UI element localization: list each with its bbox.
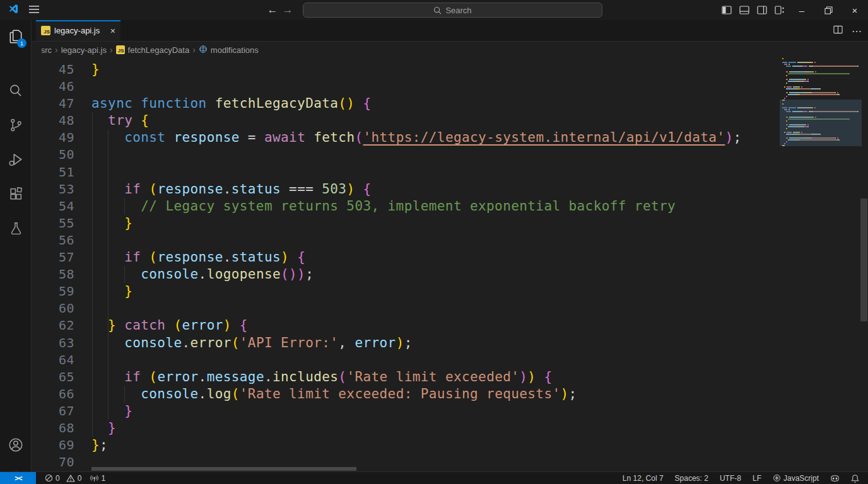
line-number[interactable]: 70 — [32, 454, 74, 471]
line-number[interactable]: 57 — [32, 249, 74, 266]
line-number[interactable]: 60 — [32, 300, 74, 317]
run-debug-icon[interactable] — [0, 144, 32, 175]
breadcrumb-file[interactable]: legacy-api.js — [61, 45, 107, 55]
code-text — [74, 146, 91, 163]
code-line[interactable]: 55 } — [32, 215, 868, 232]
extensions-icon[interactable] — [0, 179, 32, 209]
notifications-bell-icon[interactable] — [851, 474, 859, 483]
breadcrumb-symbol-object[interactable]: modlfications — [199, 45, 259, 55]
code-line[interactable]: 69}; — [32, 437, 868, 454]
code-line[interactable]: 57 if (response.status) { — [32, 249, 868, 266]
code-line[interactable]: 45} — [32, 61, 868, 78]
more-actions-icon[interactable]: ⋯ — [852, 25, 862, 37]
cursor-position[interactable]: Ln 12, Col 7 — [623, 474, 664, 483]
restore-button[interactable] — [815, 0, 842, 20]
line-number[interactable]: 53 — [32, 181, 74, 198]
source-control-icon[interactable] — [0, 110, 32, 140]
line-number[interactable]: 55 — [32, 215, 74, 232]
code-line[interactable]: 66 console.log('Rate limit exceeded: Pau… — [32, 386, 868, 403]
ports-status[interactable]: 1 — [90, 474, 105, 483]
activity-bar: 1 — [0, 20, 32, 471]
code-text: } — [74, 61, 100, 78]
toggle-panel-icon[interactable] — [736, 0, 753, 20]
close-tab-icon[interactable]: × — [110, 26, 115, 36]
encoding-status[interactable]: UTF-8 — [720, 474, 741, 483]
code-line[interactable]: 48 try { — [32, 112, 868, 129]
accounts-icon[interactable] — [0, 430, 32, 460]
code-text: console.log('Rate limit exceeded: Pausin… — [74, 386, 577, 403]
code-line[interactable]: 60 — [32, 300, 868, 317]
line-number[interactable]: 56 — [32, 232, 74, 249]
code-text: const response = await fetch('https://le… — [74, 129, 741, 146]
menu-icon[interactable] — [29, 4, 39, 16]
line-number[interactable]: 49 — [32, 129, 74, 146]
code-text — [74, 300, 91, 317]
line-number[interactable]: 67 — [32, 403, 74, 420]
line-number[interactable]: 66 — [32, 386, 74, 403]
command-center-search[interactable]: Search — [303, 3, 602, 18]
line-number[interactable]: 51 — [32, 164, 74, 181]
code-text: } — [74, 283, 132, 300]
nav-back-icon[interactable]: ← — [265, 4, 280, 16]
line-number[interactable]: 59 — [32, 283, 74, 300]
line-number[interactable]: 64 — [32, 352, 74, 369]
code-line[interactable]: 63 console.error('API Error:', error); — [32, 335, 868, 352]
code-line[interactable]: 68 } — [32, 420, 868, 437]
toggle-primary-sidebar-icon[interactable] — [718, 0, 736, 20]
line-number[interactable]: 65 — [32, 369, 74, 386]
code-line[interactable]: 56 — [32, 232, 868, 249]
code-line[interactable]: 54 // Legacy system returns 503, impleme… — [32, 198, 868, 215]
line-number[interactable]: 45 — [32, 61, 74, 78]
line-number[interactable]: 58 — [32, 266, 74, 283]
minimap-slider[interactable] — [780, 100, 862, 146]
code-line[interactable]: 67 } — [32, 403, 868, 420]
customize-layout-icon[interactable] — [771, 0, 789, 20]
close-window-button[interactable]: × — [842, 0, 868, 20]
toggle-secondary-sidebar-icon[interactable] — [753, 0, 771, 20]
line-number[interactable]: 50 — [32, 146, 74, 163]
code-line[interactable]: 51 — [32, 164, 868, 181]
code-line[interactable]: 53 if (response.status === 503) { — [32, 181, 868, 198]
nav-forward-icon[interactable]: → — [280, 4, 295, 16]
code-line[interactable]: 47async function fetchLegacyData() { — [32, 95, 868, 112]
code-line[interactable]: 58 console.logopense()); — [32, 266, 868, 283]
code-line[interactable]: 46 — [32, 78, 868, 95]
code-line[interactable]: 49 const response = await fetch('https:/… — [32, 129, 868, 146]
copilot-icon[interactable] — [830, 475, 840, 482]
line-number[interactable]: 63 — [32, 335, 74, 352]
line-number[interactable]: 62 — [32, 317, 74, 334]
code-editor[interactable]: 45}4647async function fetchLegacyData() … — [32, 58, 868, 471]
eol-status[interactable]: LF — [753, 474, 761, 483]
remote-indicator[interactable]: >< — [0, 472, 36, 484]
symbol-object-icon — [199, 45, 208, 55]
tab-legacy-api[interactable]: JS legacy-api.js × — [36, 20, 120, 41]
vertical-scrollbar-thumb[interactable] — [860, 199, 867, 321]
breadcrumb-symbol-function[interactable]: JS fetchLegacyData — [116, 45, 190, 55]
line-number[interactable]: 47 — [32, 95, 74, 112]
code-text — [74, 78, 91, 95]
search-view-icon[interactable] — [0, 76, 32, 106]
code-line[interactable]: 59 } — [32, 283, 868, 300]
line-number[interactable]: 54 — [32, 198, 74, 215]
explorer-icon[interactable]: 1 — [0, 21, 32, 52]
line-number[interactable]: 46 — [32, 78, 74, 95]
vscode-window: ← → Search – × — [0, 0, 868, 484]
code-line[interactable]: 50 — [32, 146, 868, 163]
line-number[interactable]: 68 — [32, 420, 74, 437]
indentation-status[interactable]: Spaces: 2 — [675, 474, 708, 483]
problems-status[interactable]: 0 0 — [45, 474, 81, 483]
code-line[interactable]: 64 — [32, 352, 868, 369]
language-mode[interactable]: JavaScrịpt — [773, 474, 819, 483]
title-bar: ← → Search – × — [0, 0, 868, 20]
code-line[interactable]: 62 } catch (error) { — [32, 317, 868, 334]
split-editor-icon[interactable] — [833, 25, 843, 37]
code-line[interactable]: 65 if (error.message.includes('Rate limi… — [32, 369, 868, 386]
chevron-right-icon: › — [55, 45, 58, 55]
tab-bar: JS legacy-api.js × ⋯ — [32, 20, 868, 42]
testing-icon[interactable] — [0, 213, 32, 243]
horizontal-scrollbar-thumb[interactable] — [91, 467, 356, 471]
minimize-button[interactable]: – — [789, 0, 815, 20]
breadcrumb-folder[interactable]: src — [42, 45, 52, 55]
line-number[interactable]: 48 — [32, 112, 74, 129]
line-number[interactable]: 69 — [32, 437, 74, 454]
